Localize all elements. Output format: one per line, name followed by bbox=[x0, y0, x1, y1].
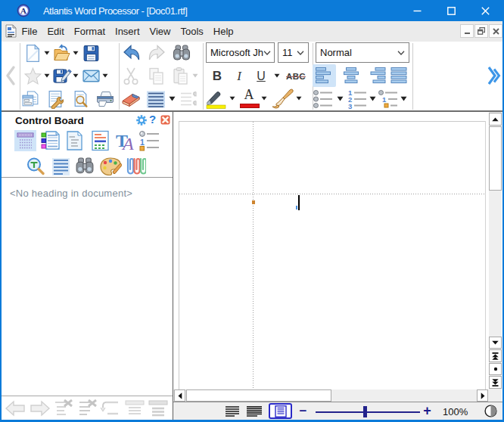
italic-button[interactable]: I bbox=[232, 67, 247, 85]
menu-tools[interactable]: Tools bbox=[176, 26, 208, 37]
email-dropdown[interactable] bbox=[102, 73, 108, 78]
tool-headings-button[interactable] bbox=[14, 130, 36, 151]
maximize-button[interactable] bbox=[434, 0, 468, 21]
bullets-button[interactable] bbox=[313, 89, 334, 109]
paste-button[interactable] bbox=[171, 67, 191, 86]
highlight-dropdown[interactable] bbox=[229, 96, 235, 101]
nav-move-down-icon[interactable] bbox=[148, 399, 168, 417]
document-view[interactable] bbox=[173, 112, 489, 389]
paste-dropdown[interactable] bbox=[192, 73, 198, 78]
scroll-right-button[interactable] bbox=[477, 389, 488, 402]
cut-button[interactable] bbox=[121, 67, 141, 86]
numbering-dropdown[interactable] bbox=[369, 96, 376, 101]
toolbar-scroll-right-icon[interactable] bbox=[487, 66, 501, 85]
open-dropdown[interactable] bbox=[73, 51, 79, 55]
tool-styles-button[interactable] bbox=[41, 130, 61, 151]
copy-button[interactable] bbox=[147, 67, 166, 86]
nav-forward-icon[interactable] bbox=[30, 399, 51, 417]
browse-object-button[interactable] bbox=[489, 363, 502, 375]
style-combo[interactable]: Normal bbox=[316, 42, 409, 63]
print-preview-button[interactable] bbox=[71, 90, 90, 109]
eraser-button[interactable] bbox=[120, 90, 142, 109]
settings-gear-icon[interactable] bbox=[136, 115, 147, 126]
numbering-button[interactable]: 123 bbox=[347, 89, 368, 109]
redo-button[interactable] bbox=[147, 44, 167, 64]
font-name-combo[interactable]: Microsoft Jh bbox=[206, 42, 275, 63]
menu-view[interactable]: View bbox=[145, 26, 176, 37]
tool-find-button[interactable] bbox=[74, 157, 95, 177]
zoom-out-button[interactable]: − bbox=[297, 405, 310, 417]
multilevel-list-dropdown[interactable] bbox=[400, 96, 407, 101]
nav-remove-all-headings-icon[interactable] bbox=[78, 399, 98, 417]
format-painter-dropdown[interactable] bbox=[296, 96, 302, 101]
align-center-button[interactable] bbox=[340, 64, 362, 87]
new-document-button[interactable] bbox=[23, 44, 42, 63]
save-as-dropdown[interactable] bbox=[73, 73, 79, 78]
doc-restore-button[interactable] bbox=[474, 24, 488, 38]
online-view-button[interactable] bbox=[246, 405, 262, 417]
tool-autotext-button[interactable] bbox=[66, 130, 83, 151]
tool-colors-button[interactable] bbox=[100, 157, 122, 177]
tool-fonts-button[interactable]: T A bbox=[115, 130, 135, 151]
undo-button[interactable] bbox=[121, 44, 142, 64]
tool-zoom-button[interactable] bbox=[26, 157, 46, 177]
previous-page-button[interactable] bbox=[489, 349, 502, 362]
new-document-dropdown[interactable] bbox=[44, 51, 50, 55]
draft-view-button[interactable] bbox=[225, 405, 240, 417]
print-button[interactable] bbox=[95, 90, 115, 109]
toolbar-scroll-left-icon[interactable] bbox=[4, 65, 17, 86]
document-properties-button[interactable] bbox=[46, 90, 65, 109]
scroll-down-button[interactable] bbox=[489, 337, 502, 349]
menu-edit[interactable]: Edit bbox=[42, 26, 69, 37]
nav-remove-heading-icon[interactable] bbox=[54, 399, 73, 417]
vertical-scrollbar[interactable] bbox=[489, 112, 502, 389]
justify-button[interactable] bbox=[387, 64, 410, 87]
doc-close-button[interactable] bbox=[489, 24, 502, 38]
tool-attachments-button[interactable] bbox=[124, 157, 146, 177]
format-painter-button[interactable] bbox=[269, 88, 294, 110]
underline-button[interactable]: U bbox=[253, 67, 269, 85]
clones-button[interactable] bbox=[21, 90, 40, 109]
contrast-icon[interactable] bbox=[484, 405, 497, 417]
nav-back-icon[interactable] bbox=[5, 399, 26, 417]
bold-button[interactable]: B bbox=[209, 67, 226, 85]
font-size-combo[interactable]: 11 bbox=[278, 42, 309, 63]
favorites-dropdown[interactable] bbox=[44, 73, 50, 78]
tool-toc-button[interactable] bbox=[91, 130, 110, 151]
zoom-in-button[interactable]: + bbox=[421, 405, 434, 417]
help-icon[interactable]: ? bbox=[149, 113, 158, 126]
bullets-dropdown[interactable] bbox=[337, 96, 344, 101]
menu-help[interactable]: Help bbox=[208, 26, 238, 37]
zoom-slider-thumb[interactable] bbox=[363, 406, 367, 417]
menu-format[interactable]: Format bbox=[69, 26, 110, 37]
open-button[interactable] bbox=[52, 44, 72, 63]
save-button[interactable] bbox=[82, 44, 101, 63]
strikethrough-button[interactable]: ABC bbox=[285, 67, 306, 85]
scroll-up-button[interactable] bbox=[489, 113, 502, 126]
nav-move-up-icon[interactable] bbox=[125, 399, 145, 417]
doc-minimize-button[interactable] bbox=[460, 24, 474, 38]
scroll-left-button[interactable] bbox=[174, 389, 185, 402]
tool-paragraphs-button[interactable] bbox=[51, 157, 70, 177]
align-right-button[interactable] bbox=[366, 64, 388, 87]
panel-close-icon[interactable] bbox=[160, 115, 170, 125]
vertical-scroll-thumb[interactable] bbox=[489, 126, 502, 191]
save-as-button[interactable] bbox=[52, 67, 72, 85]
underline-dropdown[interactable] bbox=[274, 73, 280, 78]
multilevel-list-button[interactable]: 1 bbox=[378, 89, 399, 109]
highlight-button[interactable] bbox=[205, 90, 226, 109]
page-layout-view-button[interactable] bbox=[269, 403, 292, 419]
font-color-button[interactable]: A bbox=[239, 88, 259, 110]
align-left-button[interactable] bbox=[313, 64, 336, 87]
line-spacing-button[interactable] bbox=[146, 90, 166, 109]
next-page-button[interactable] bbox=[489, 376, 502, 389]
menu-file[interactable]: File bbox=[17, 26, 42, 37]
menu-insert[interactable]: Insert bbox=[110, 26, 145, 37]
minimize-button[interactable] bbox=[400, 0, 434, 21]
horizontal-scroll-thumb[interactable] bbox=[186, 389, 331, 402]
zoom-slider-track[interactable] bbox=[316, 411, 420, 413]
favorites-button[interactable] bbox=[23, 67, 42, 85]
tool-lists-button[interactable]: 1 bbox=[138, 130, 160, 151]
email-button[interactable] bbox=[82, 67, 101, 85]
horizontal-scrollbar[interactable] bbox=[173, 389, 489, 402]
